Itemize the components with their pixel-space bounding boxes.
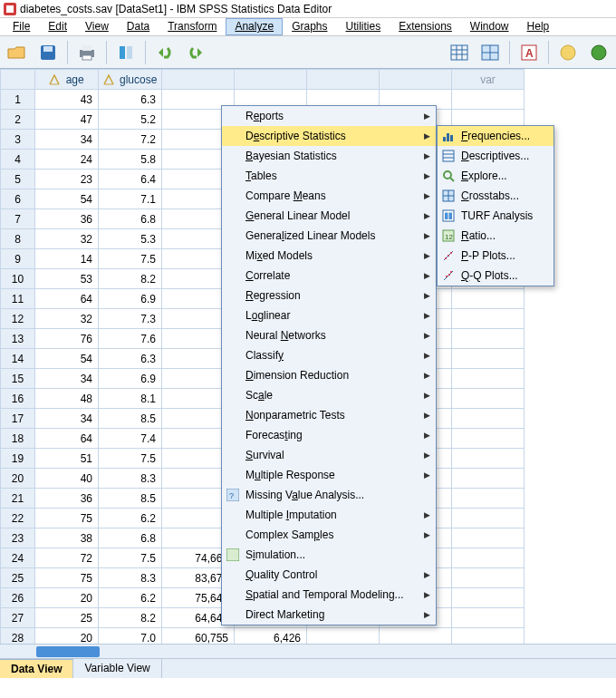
row-number[interactable]: 13: [1, 329, 35, 349]
cell-age[interactable]: 43: [35, 90, 99, 110]
row-number[interactable]: 25: [1, 568, 35, 588]
cell-age[interactable]: 32: [35, 229, 99, 249]
tab-data-view[interactable]: Data View: [0, 659, 73, 678]
row-number[interactable]: 3: [1, 130, 35, 150]
cell-blank[interactable]: [452, 369, 525, 389]
tool-grid2-button[interactable]: [476, 39, 504, 66]
cell-age[interactable]: 48: [35, 389, 99, 409]
menu-extensions[interactable]: Extensions: [390, 18, 461, 35]
tool-varlabel-button[interactable]: A: [515, 39, 543, 66]
row-number[interactable]: 1: [1, 90, 35, 110]
row-number[interactable]: 17: [1, 409, 35, 429]
menu-item-missing-value-analysis[interactable]: ?Missing Value Analysis...: [222, 485, 436, 505]
cell-blank[interactable]: [452, 469, 525, 489]
submenu-item-crosstabs[interactable]: Crosstabs...: [438, 186, 553, 206]
cell-blank[interactable]: [452, 528, 525, 548]
redo-button[interactable]: [182, 39, 209, 66]
menu-item-compare-means[interactable]: Compare Means▶: [222, 186, 436, 206]
row-number[interactable]: 5: [1, 170, 35, 189]
cell-glucose[interactable]: 8.2: [99, 608, 162, 628]
tool-circle1-button[interactable]: [554, 39, 582, 66]
cell-age[interactable]: 47: [35, 110, 99, 130]
cell-glucose[interactable]: 7.2: [99, 130, 162, 150]
cell-age[interactable]: 24: [35, 150, 99, 170]
cell-glucose[interactable]: 8.3: [99, 568, 162, 588]
menu-item-spatial-and-temporal-modeling[interactable]: Spatial and Temporal Modeling...▶: [222, 585, 436, 605]
cell-glucose[interactable]: 6.8: [99, 209, 162, 229]
cell-age[interactable]: 64: [35, 289, 99, 309]
row-number[interactable]: 2: [1, 110, 35, 130]
menu-item-loglinear[interactable]: Loglinear▶: [222, 305, 436, 325]
column-header-glucose[interactable]: glucose: [99, 70, 162, 90]
menu-item-mixed-models[interactable]: Mixed Models▶: [222, 246, 436, 266]
tool-grid-button[interactable]: [446, 39, 473, 66]
cell-blank[interactable]: [452, 309, 525, 329]
save-button[interactable]: [34, 39, 62, 66]
column-header-age[interactable]: age: [35, 70, 99, 90]
recall-dialog-button[interactable]: [112, 39, 140, 66]
menu-item-forecasting[interactable]: Forecasting▶: [222, 425, 436, 445]
menu-item-simulation[interactable]: Simulation...: [222, 545, 436, 565]
menu-item-correlate[interactable]: Correlate▶: [222, 266, 436, 286]
row-number[interactable]: 11: [1, 289, 35, 309]
cell-age[interactable]: 76: [35, 329, 99, 349]
cell-blank[interactable]: [452, 289, 525, 309]
cell-glucose[interactable]: 8.5: [99, 489, 162, 509]
tab-variable-view[interactable]: Variable View: [73, 659, 161, 678]
cell-age[interactable]: 40: [35, 469, 99, 489]
cell-blank[interactable]: [452, 90, 525, 110]
scrollbar-thumb[interactable]: [36, 646, 100, 657]
cell-blank[interactable]: [452, 568, 525, 588]
cell-age[interactable]: 32: [35, 309, 99, 329]
cell-blank[interactable]: [452, 429, 525, 449]
undo-button[interactable]: [151, 39, 178, 66]
row-number[interactable]: 8: [1, 229, 35, 249]
cell-glucose[interactable]: 7.3: [99, 309, 162, 329]
cell-age[interactable]: 53: [35, 269, 99, 289]
column-header-3[interactable]: [162, 70, 235, 90]
menu-window[interactable]: Window: [461, 18, 518, 35]
cell-glucose[interactable]: 8.1: [99, 389, 162, 409]
cell-age[interactable]: 14: [35, 249, 99, 269]
cell-age[interactable]: 36: [35, 209, 99, 229]
cell-glucose[interactable]: 7.6: [99, 329, 162, 349]
cell-glucose[interactable]: 6.3: [99, 90, 162, 110]
menu-view[interactable]: View: [76, 18, 118, 35]
column-header-var[interactable]: var: [452, 70, 525, 90]
cell-glucose[interactable]: 6.9: [99, 369, 162, 389]
cell-glucose[interactable]: 7.5: [99, 249, 162, 269]
cell-age[interactable]: 38: [35, 528, 99, 548]
menu-item-tables[interactable]: Tables▶: [222, 166, 436, 186]
cell-age[interactable]: 54: [35, 349, 99, 369]
menu-utilities[interactable]: Utilities: [336, 18, 390, 35]
row-number[interactable]: 22: [1, 509, 35, 528]
cell-glucose[interactable]: 5.8: [99, 150, 162, 170]
cell-blank[interactable]: [452, 489, 525, 509]
row-number[interactable]: 26: [1, 588, 35, 608]
row-number[interactable]: 21: [1, 489, 35, 509]
row-number[interactable]: 15: [1, 369, 35, 389]
menu-item-regression[interactable]: Regression▶: [222, 286, 436, 305]
menu-item-bayesian-statistics[interactable]: Bayesian Statistics▶: [222, 146, 436, 166]
cell-blank[interactable]: [452, 548, 525, 568]
row-number[interactable]: 18: [1, 429, 35, 449]
column-header-blank[interactable]: [380, 70, 452, 90]
menu-item-dimension-reduction[interactable]: Dimension Reduction▶: [222, 365, 436, 385]
menu-data[interactable]: Data: [118, 18, 159, 35]
cell-age[interactable]: 54: [35, 189, 99, 209]
submenu-item-explore[interactable]: Explore...: [438, 166, 553, 186]
menu-item-generalized-linear-models[interactable]: Generalized Linear Models▶: [222, 226, 436, 246]
cell-blank[interactable]: [452, 608, 525, 628]
cell-glucose[interactable]: 7.5: [99, 548, 162, 568]
column-header-4[interactable]: [235, 70, 307, 90]
cell-age[interactable]: 75: [35, 509, 99, 528]
cell-glucose[interactable]: 5.3: [99, 229, 162, 249]
menu-item-neural-networks[interactable]: Neural Networks▶: [222, 325, 436, 345]
horizontal-scrollbar[interactable]: [0, 644, 616, 658]
menu-item-nonparametric-tests[interactable]: Nonparametric Tests▶: [222, 405, 436, 425]
print-button[interactable]: [73, 39, 101, 66]
cell-age[interactable]: 23: [35, 170, 99, 189]
cell-blank[interactable]: [452, 389, 525, 409]
menu-item-multiple-imputation[interactable]: Multiple Imputation▶: [222, 505, 436, 525]
menu-item-survival[interactable]: Survival▶: [222, 445, 436, 465]
